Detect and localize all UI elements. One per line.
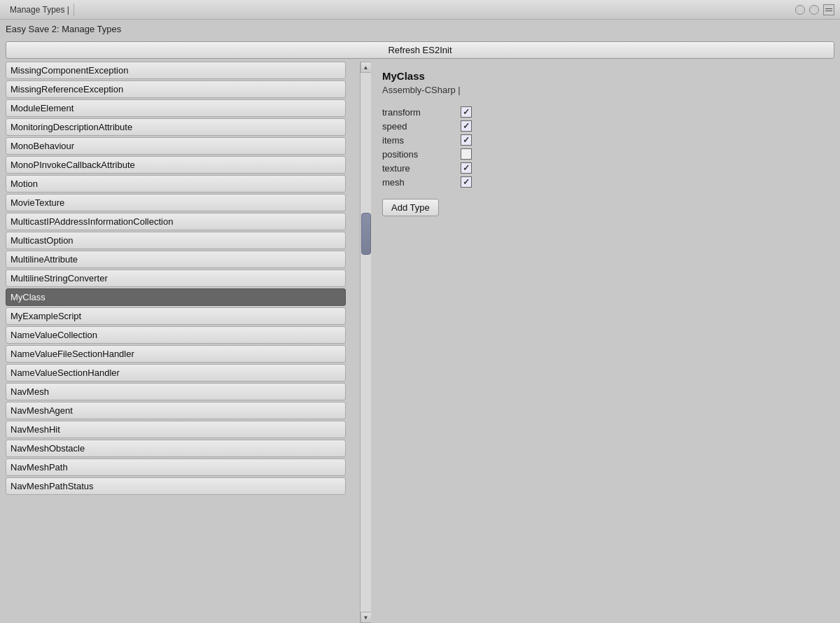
title-bar-left: Manage Types | (6, 4, 74, 16)
list-item[interactable]: MyClass (6, 288, 346, 306)
add-type-button[interactable]: Add Type (382, 199, 439, 216)
field-row: texture (382, 162, 829, 174)
menu-button[interactable] (823, 4, 834, 15)
list-scroll-area: MissingComponentExceptionMissingReferenc… (0, 62, 360, 623)
list-item[interactable]: NameValueCollection (6, 326, 346, 344)
list-item[interactable]: NavMeshHit (6, 421, 346, 438)
window-controls (795, 4, 834, 15)
field-row: items (382, 134, 829, 146)
window-button-2[interactable] (809, 5, 819, 15)
field-name: positions (382, 149, 452, 160)
scroll-thumb[interactable] (361, 213, 371, 255)
list-item[interactable]: NavMeshPath (6, 458, 346, 476)
field-name: transform (382, 107, 452, 118)
right-panel: MyClass Assembly-CSharp | transformspeed… (371, 62, 840, 623)
list-item[interactable]: NavMeshPathStatus (6, 477, 346, 495)
list-item[interactable]: MissingReferenceException (6, 80, 346, 98)
list-item[interactable]: MissingComponentException (6, 62, 346, 79)
field-checkbox[interactable] (461, 106, 472, 118)
scroll-track (360, 73, 372, 612)
list-item[interactable]: MovieTexture (6, 194, 346, 211)
field-checkbox[interactable] (461, 134, 472, 146)
scroll-up-arrow[interactable]: ▲ (360, 62, 372, 73)
list-item[interactable]: MonoBehaviour (6, 137, 346, 155)
list-item[interactable]: MultilineAttribute (6, 251, 346, 268)
scrollbar: ▲ ▼ (360, 62, 371, 623)
field-row: speed (382, 120, 829, 132)
main-content: MissingComponentExceptionMissingReferenc… (0, 62, 840, 623)
field-checkbox[interactable] (461, 176, 472, 188)
class-name: MyClass (382, 70, 829, 82)
field-checkbox[interactable] (461, 148, 472, 160)
field-name: items (382, 135, 452, 146)
list-item[interactable]: NavMeshAgent (6, 402, 346, 419)
list-container: MissingComponentExceptionMissingReferenc… (0, 62, 371, 623)
field-name: mesh (382, 177, 452, 188)
field-name: texture (382, 163, 452, 174)
main-window: Manage Types | Easy Save 2: Manage Types… (0, 0, 840, 623)
window-button-1[interactable] (795, 5, 805, 15)
list-item[interactable]: MulticastIPAddressInformationCollection (6, 213, 346, 230)
list-item[interactable]: MonitoringDescriptionAttribute (6, 118, 346, 136)
list-item[interactable]: Motion (6, 175, 346, 192)
field-row: positions (382, 148, 829, 160)
page-title: Easy Save 2: Manage Types (0, 20, 840, 38)
field-checkbox[interactable] (461, 120, 472, 132)
menu-line-1 (825, 8, 832, 9)
left-panel: MissingComponentExceptionMissingReferenc… (0, 62, 371, 623)
list-item[interactable]: NameValueFileSectionHandler (6, 345, 346, 363)
field-row: mesh (382, 176, 829, 188)
list-item[interactable]: MyExampleScript (6, 307, 346, 325)
field-row: transform (382, 106, 829, 118)
refresh-bar: Refresh ES2Init (0, 38, 840, 62)
scroll-down-arrow[interactable]: ▼ (360, 612, 372, 623)
list-item[interactable]: MonoPInvokeCallbackAttribute (6, 156, 346, 174)
fields-table: transformspeeditemspositionstexturemesh (382, 106, 829, 188)
title-bar: Manage Types | (0, 0, 840, 20)
assembly-label: Assembly-CSharp | (382, 85, 829, 95)
list-item[interactable]: MulticastOption (6, 232, 346, 249)
list-item[interactable]: NavMeshObstacle (6, 440, 346, 457)
list-item[interactable]: MultilineStringConverter (6, 270, 346, 287)
menu-line-2 (825, 10, 832, 11)
field-name: speed (382, 121, 452, 132)
refresh-button[interactable]: Refresh ES2Init (6, 41, 834, 59)
tab-label[interactable]: Manage Types | (6, 4, 74, 16)
list-item[interactable]: NameValueSectionHandler (6, 364, 346, 382)
list-item[interactable]: ModuleElement (6, 99, 346, 117)
field-checkbox[interactable] (461, 162, 472, 174)
list-item[interactable]: NavMesh (6, 383, 346, 400)
